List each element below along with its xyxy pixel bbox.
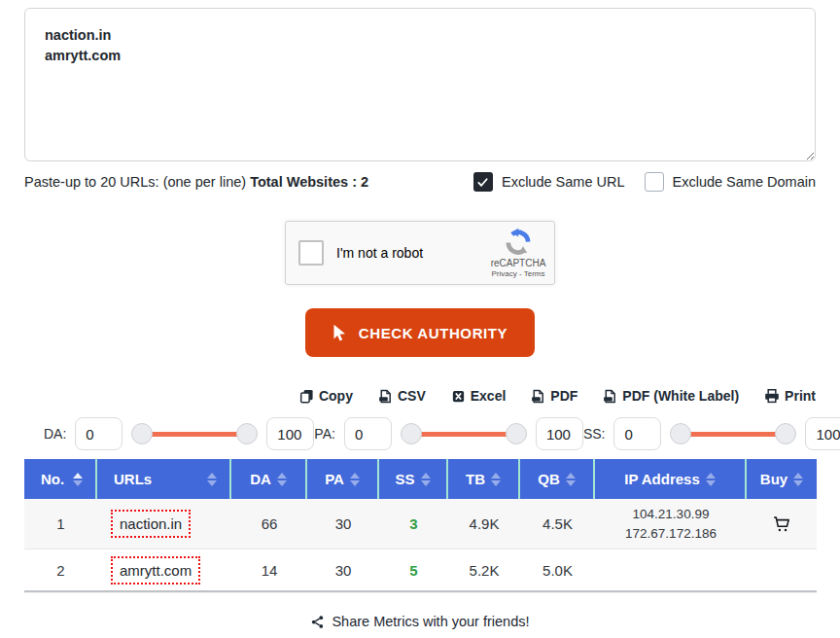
da-range-slider[interactable] — [131, 423, 258, 444]
exclude-same-url-checkbox[interactable] — [473, 172, 493, 192]
row-url-link[interactable]: amrytt.com — [111, 556, 200, 585]
sort-icon[interactable] — [277, 473, 287, 486]
da-slider-min-handle[interactable] — [131, 423, 153, 444]
csv-button[interactable]: CSV — [378, 388, 426, 404]
da-filter-label: DA: — [44, 426, 66, 442]
recaptcha-brand: reCAPTCHA — [491, 258, 546, 268]
ss-slider-max-handle[interactable] — [775, 423, 796, 444]
ss-filter: SS: — [583, 417, 840, 450]
header-pa[interactable]: PA — [307, 459, 379, 499]
pa-filter-label: PA: — [314, 426, 335, 442]
da-max-input[interactable] — [266, 417, 314, 450]
row-ss: 5 — [379, 562, 448, 579]
da-min-input[interactable] — [75, 417, 122, 450]
ss-min-input[interactable] — [613, 417, 661, 450]
share-row[interactable]: Share Metrics with your friends! — [0, 614, 840, 629]
sort-icon[interactable] — [566, 473, 576, 486]
table-row: 2 amrytt.com 14 30 5 5.2K 5.0K — [24, 549, 817, 592]
pa-slider-track — [409, 432, 518, 437]
da-slider-max-handle[interactable] — [236, 423, 258, 444]
header-qb[interactable]: QB — [520, 459, 595, 499]
recaptcha-privacy-terms[interactable]: Privacy - Terms — [492, 269, 545, 278]
sort-icon[interactable] — [73, 473, 83, 486]
csv-label: CSV — [398, 388, 426, 404]
pa-filter: PA: — [314, 417, 583, 450]
recaptcha-label: I'm not a robot — [336, 245, 423, 261]
excel-file-icon — [451, 389, 466, 404]
copy-label: Copy — [319, 388, 353, 404]
pa-slider-min-handle[interactable] — [401, 423, 422, 444]
recaptcha-widget: I'm not a robot reCAPTCHA Privacy - Term… — [285, 221, 555, 285]
row-no: 2 — [24, 562, 97, 579]
pa-range-slider[interactable] — [401, 423, 527, 444]
ss-slider-track — [679, 432, 788, 437]
pa-min-input[interactable] — [344, 417, 392, 450]
row-ip-address: 104.21.30.99 172.67.172.186 — [595, 505, 747, 543]
row-tb: 5.2K — [448, 562, 520, 579]
total-websites-label: Total Websites : 2 — [250, 174, 368, 190]
paste-hint-text: Paste-up to 20 URLs: (one per line) — [24, 174, 246, 190]
copy-icon — [299, 389, 314, 404]
header-tb[interactable]: TB — [448, 459, 520, 499]
copy-button[interactable]: Copy — [299, 388, 353, 404]
row-url-cell: naction.in — [97, 510, 231, 538]
cursor-icon — [332, 324, 348, 341]
da-slider-track — [140, 432, 249, 437]
check-authority-label: CHECK AUTHORITY — [359, 325, 508, 341]
row-da: 66 — [231, 515, 307, 532]
sort-icon[interactable] — [491, 473, 501, 486]
csv-file-icon — [378, 389, 393, 404]
recaptcha-logo-icon — [504, 228, 533, 257]
sort-icon[interactable] — [350, 473, 360, 486]
exclude-same-domain-checkbox[interactable] — [645, 172, 664, 192]
results-table: No. URLs DA PA SS TB QB IP Address — [24, 459, 817, 592]
row-da: 14 — [231, 562, 307, 579]
row-tb: 4.9K — [448, 515, 520, 532]
paste-hint: Paste-up to 20 URLs: (one per line) Tota… — [24, 174, 368, 190]
filters-row: DA: PA: SS: — [24, 417, 816, 450]
header-no[interactable]: No. — [24, 459, 97, 499]
exclude-same-domain-label: Exclude Same Domain — [673, 174, 817, 190]
sort-icon[interactable] — [207, 473, 217, 486]
sort-icon[interactable] — [793, 473, 803, 486]
pdf-button[interactable]: PDF — [531, 388, 578, 404]
header-ip-address[interactable]: IP Address — [595, 459, 747, 499]
row-buy-cell — [747, 514, 817, 535]
row-url-link[interactable]: naction.in — [111, 510, 191, 538]
share-icon — [310, 615, 325, 629]
sort-icon[interactable] — [421, 473, 431, 486]
sort-icon[interactable] — [706, 473, 716, 486]
pdf-label: PDF — [550, 388, 578, 404]
row-no: 1 — [24, 515, 97, 532]
check-authority-button[interactable]: CHECK AUTHORITY — [305, 308, 535, 357]
da-filter: DA: — [44, 417, 314, 450]
excel-label: Excel — [471, 388, 507, 404]
exclude-same-url-option[interactable]: Exclude Same URL — [473, 172, 625, 192]
print-label: Print — [785, 388, 816, 404]
urls-input[interactable]: naction.in amrytt.com — [24, 8, 816, 161]
ss-max-input[interactable] — [805, 417, 840, 450]
ss-range-slider[interactable] — [670, 423, 796, 444]
header-urls[interactable]: URLs — [97, 459, 231, 499]
pa-max-input[interactable] — [536, 417, 583, 450]
exclude-same-domain-option[interactable]: Exclude Same Domain — [645, 172, 817, 192]
pdf-white-label-button[interactable]: PDF (White Label) — [603, 388, 739, 404]
row-pa: 30 — [307, 562, 379, 579]
row-qb: 5.0K — [520, 562, 595, 579]
ss-slider-min-handle[interactable] — [670, 423, 691, 444]
header-da[interactable]: DA — [231, 459, 307, 499]
hint-row: Paste-up to 20 URLs: (one per line) Tota… — [24, 172, 816, 192]
cart-icon[interactable] — [771, 514, 792, 535]
ss-filter-label: SS: — [583, 426, 606, 442]
row-pa: 30 — [307, 515, 379, 532]
excel-button[interactable]: Excel — [451, 388, 507, 404]
exclude-same-url-label: Exclude Same URL — [502, 174, 625, 190]
row-qb: 4.5K — [520, 515, 595, 532]
pa-slider-max-handle[interactable] — [506, 423, 527, 444]
print-button[interactable]: Print — [764, 388, 816, 404]
header-ss[interactable]: SS — [379, 459, 448, 499]
pdf-white-label-file-icon — [603, 389, 617, 404]
header-buy[interactable]: Buy — [747, 459, 817, 499]
recaptcha-checkbox[interactable] — [298, 240, 324, 266]
row-url-cell: amrytt.com — [97, 556, 231, 585]
